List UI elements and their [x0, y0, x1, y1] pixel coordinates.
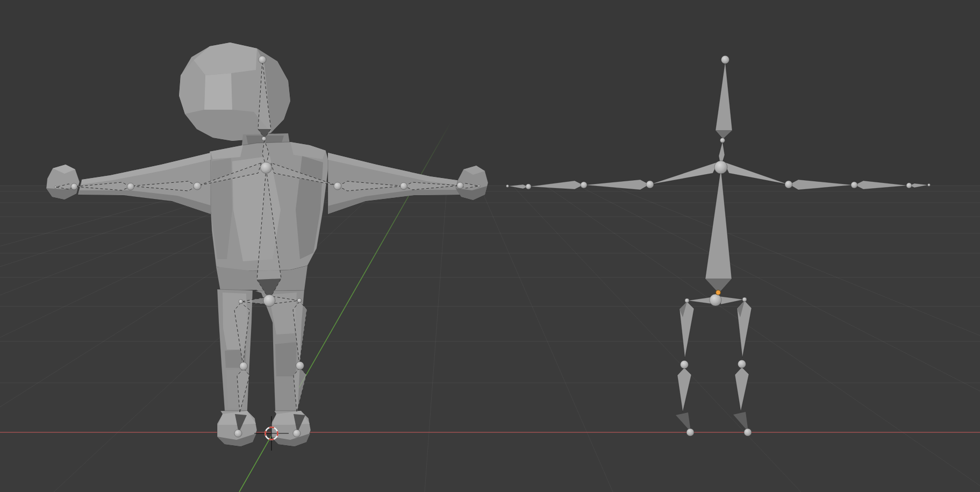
char-joint-head-tip[interactable] [259, 56, 266, 63]
char-joint-wrist-r[interactable] [457, 182, 463, 189]
floor-grid [0, 186, 980, 492]
mesh-leg-r-dark[interactable] [275, 342, 297, 376]
char-joint-elbow-r[interactable] [400, 183, 407, 190]
skel-joint-chest[interactable] [714, 161, 727, 174]
char-joint-knee-r[interactable] [296, 362, 304, 370]
grid-d [578, 186, 980, 492]
skel-joint-ankle-r[interactable] [744, 429, 752, 436]
char-joint-neck[interactable] [262, 137, 266, 141]
skel-bone-shin-r[interactable] [735, 367, 749, 411]
char-joint-pelvis[interactable] [263, 295, 275, 306]
skel-joint-neck[interactable] [720, 138, 725, 143]
grid-d [425, 186, 447, 492]
skel-joint-wrist-l[interactable] [526, 184, 531, 189]
grid-d [545, 186, 980, 492]
skel-joint-head-tip[interactable] [721, 56, 729, 64]
skel-joint-shoulder-r[interactable] [785, 181, 792, 188]
char-joint-hip-l[interactable] [239, 300, 243, 304]
skel-bone-spine[interactable] [705, 168, 732, 293]
char-joint-elbow-l[interactable] [127, 183, 134, 190]
grid-d [611, 186, 980, 492]
char-joint-hand-tip-l[interactable] [54, 186, 56, 188]
grid-d [512, 186, 801, 492]
skel-joint-pelvis[interactable] [710, 294, 721, 306]
viewport-scene[interactable] [0, 0, 980, 492]
char-joint-shoulder-l[interactable] [194, 182, 201, 190]
skel-joint-hand-tip-r[interactable] [928, 184, 931, 187]
char-joint-wrist-l[interactable] [71, 183, 77, 190]
char-joint-shoulder-r[interactable] [334, 182, 341, 190]
skel-joint-ankle-l[interactable] [686, 429, 694, 436]
skel-joint-shoulder-l[interactable] [646, 181, 654, 188]
skel-bone-shin-l[interactable] [677, 368, 691, 412]
char-joint-hand-tip-r[interactable] [478, 185, 480, 187]
skel-joint-hand-tip-l[interactable] [506, 185, 509, 188]
mesh-head-front[interactable] [204, 73, 232, 110]
viewport-3d[interactable] [0, 0, 980, 492]
char-joint-ankle-l[interactable] [234, 430, 242, 437]
char-joint-chest[interactable] [261, 162, 272, 174]
skel-joint-wrist-r[interactable] [906, 183, 912, 188]
skel-joint-hip-r[interactable] [742, 297, 747, 302]
char-joint-knee-l[interactable] [240, 362, 248, 370]
char-joint-ankle-r[interactable] [293, 430, 301, 437]
skel-bone-hip-r[interactable] [719, 296, 744, 304]
skel-joint-knee-l[interactable] [681, 361, 689, 369]
skel-joint-elbow-l[interactable] [581, 182, 587, 188]
sky-shade [0, 0, 980, 186]
skel-joint-elbow-r[interactable] [851, 182, 857, 188]
skel-joint-knee-r[interactable] [738, 360, 746, 368]
grid-d [480, 186, 613, 492]
skel-joint-hip-l[interactable] [685, 298, 689, 303]
char-joint-hip-r[interactable] [297, 298, 302, 303]
above-horizon-shade [0, 0, 980, 186]
skel-origin-dot[interactable] [716, 290, 721, 295]
